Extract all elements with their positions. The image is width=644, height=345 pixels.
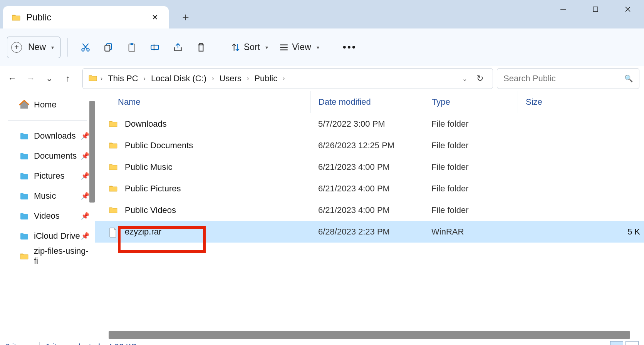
sidebar-item[interactable]: Music📌 [0,186,95,206]
pin-icon: 📌 [81,232,89,240]
window-controls [547,0,644,18]
sidebar-item-label: iCloud Drive [34,231,80,241]
view-button[interactable]: View ▾ [274,37,324,58]
sidebar-item-label: Downloads [34,131,76,141]
sidebar-home[interactable]: Home [0,95,95,115]
sidebar-item[interactable]: Videos📌 [0,206,95,226]
new-tab-button[interactable]: ＋ [176,8,195,26]
file-name: Public Documents [125,141,193,151]
new-button[interactable]: + New ▾ [7,37,60,58]
breadcrumb-item[interactable]: This PC [106,72,140,85]
window-tab[interactable]: Public ✕ [3,6,169,28]
address-dropdown[interactable]: ⌄ [460,73,470,85]
pin-icon: 📌 [81,152,89,160]
search-box[interactable]: 🔍 [497,68,639,89]
svg-rect-14 [151,45,159,49]
folder-icon [109,141,119,150]
file-name: ezyzip.rar [125,227,161,237]
sidebar: Home Downloads📌Documents📌Pictures📌Music📌… [0,91,95,339]
file-row[interactable]: Public Music6/21/2023 4:00 PMFile folder [95,156,644,178]
share-button[interactable] [167,37,189,58]
folder-icon [19,131,29,141]
thumbnails-view-button[interactable]: ▢ [626,341,639,345]
folder-icon [19,191,29,201]
folder-icon [109,184,119,193]
pin-icon: 📌 [81,132,89,140]
file-type: File folder [424,205,518,215]
file-name: Public Pictures [125,184,181,194]
delete-button[interactable] [190,37,212,58]
search-input[interactable] [503,74,624,84]
file-name: Public Music [125,162,172,172]
sidebar-item-label: Pictures [34,171,64,181]
address-bar[interactable]: › This PC › Local Disk (C:) › Users › Pu… [82,68,493,89]
cut-button[interactable] [75,37,96,58]
sort-icon [231,42,241,52]
forward-button[interactable]: → [23,71,39,86]
column-name[interactable]: Name⌃ [95,91,310,113]
maximize-button[interactable] [579,0,612,18]
back-button[interactable]: ← [5,71,20,86]
title-bar: Public ✕ ＋ [0,0,644,28]
file-type: File folder [424,141,518,151]
close-window-button[interactable] [612,0,644,18]
details-view-button[interactable]: ≡ [610,341,623,345]
paste-button[interactable] [121,37,143,58]
svg-rect-12 [129,44,134,51]
file-name: Public Videos [125,205,176,215]
file-modified: 6/26/2023 12:25 PM [310,141,424,151]
file-row[interactable]: Public Videos6/21/2023 4:00 PMFile folde… [95,199,644,221]
sort-button[interactable]: Sort ▾ [226,37,273,58]
file-type: File folder [424,162,518,172]
sidebar-item[interactable]: Downloads📌 [0,126,95,146]
file-icon [109,228,119,236]
chevron-down-icon: ▾ [265,44,268,50]
navigation-row: ← → ⌄ ↑ › This PC › Local Disk (C:) › Us… [0,66,644,91]
recent-locations-button[interactable]: ⌄ [42,71,57,86]
sidebar-item[interactable]: zip-files-using-fi [0,246,95,266]
column-headers: Name⌃ Date modified Type Size [95,91,644,113]
file-row[interactable]: Downloads5/7/2022 3:00 PMFile folder [95,113,644,135]
sidebar-item[interactable]: iCloud Drive📌 [0,226,95,246]
file-list: Name⌃ Date modified Type Size Downloads5… [95,91,644,339]
sidebar-item-label: Videos [34,211,60,221]
more-button[interactable]: ••• [338,37,361,58]
breadcrumb-item[interactable]: Local Disk (C:) [149,72,209,85]
up-button[interactable]: ↑ [60,71,75,86]
folder-icon [12,13,21,22]
breadcrumb-item[interactable]: Users [217,72,243,85]
breadcrumb-item[interactable]: Public [252,72,280,85]
rename-button[interactable] [144,37,166,58]
search-icon[interactable]: 🔍 [624,74,633,83]
file-row[interactable]: Public Pictures6/21/2023 4:00 PMFile fol… [95,178,644,199]
minimize-button[interactable] [547,0,579,18]
sidebar-item-label: Music [34,191,56,201]
view-icon [279,42,289,52]
folder-icon [109,206,119,214]
plus-icon: + [11,42,22,53]
horizontal-scrollbar[interactable] [109,331,630,339]
refresh-button[interactable]: ↻ [473,71,487,86]
status-count: 6 items [5,342,32,345]
column-size[interactable]: Size [518,91,644,113]
sidebar-item[interactable]: Documents📌 [0,146,95,166]
column-modified[interactable]: Date modified [310,91,424,113]
folder-icon [88,74,97,83]
sidebar-item[interactable]: Pictures📌 [0,166,95,186]
pin-icon: 📌 [81,212,89,220]
close-tab-button[interactable]: ✕ [148,10,162,24]
pin-icon: 📌 [81,192,89,200]
content-area: Home Downloads📌Documents📌Pictures📌Music📌… [0,91,644,339]
sidebar-scrollbar[interactable] [89,101,95,203]
copy-button[interactable] [98,37,119,58]
file-row[interactable]: ezyzip.rar6/28/2023 2:23 PMWinRAR5 K [95,221,644,243]
chevron-down-icon: ▾ [317,44,319,50]
toolbar: + New ▾ Sort ▾ View ▾ ••• [0,28,644,66]
file-row[interactable]: Public Documents6/26/2023 12:25 PMFile f… [95,135,644,156]
status-size: 4.93 KB [108,342,137,345]
sidebar-item-label: Documents [34,151,77,161]
folder-icon [109,120,119,128]
tab-title: Public [26,12,148,23]
status-selected: 1 item selected [39,342,100,345]
column-type[interactable]: Type [424,91,518,113]
